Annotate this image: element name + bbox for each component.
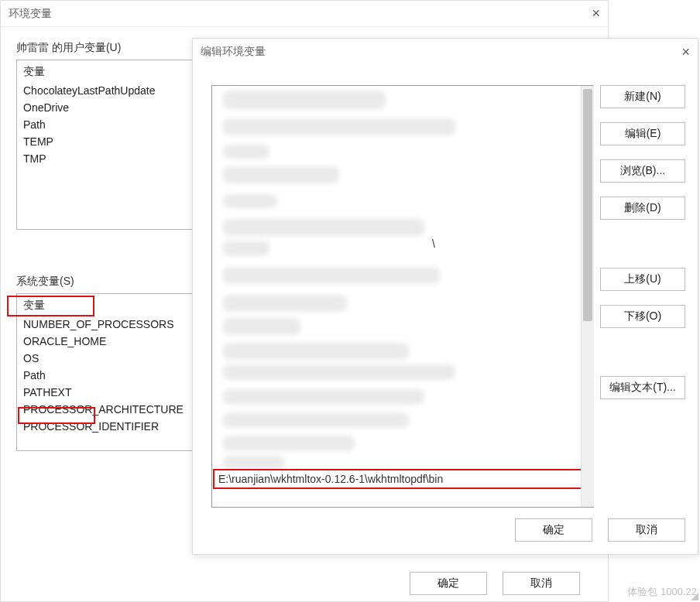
ok-button[interactable]: 确定 [515,518,592,542]
redacted-row [223,436,355,451]
redacted-row [223,456,285,470]
ok-button[interactable]: 确定 [410,572,487,595]
redacted-row [223,267,440,284]
redacted-row [223,295,347,312]
edit-env-var-dialog: 编辑环境变量 × \ E:\ruanjian\wkhtmltox-0.12.6-… [192,38,698,555]
edit-env-var-title: 编辑环境变量 [201,45,266,59]
edit-text-button[interactable]: 编辑文本(T)... [600,376,685,399]
scrollbar-thumb[interactable] [583,89,592,321]
delete-button[interactable]: 删除(D) [600,197,685,220]
cancel-button[interactable]: 取消 [608,518,685,542]
path-values-listbox[interactable]: \ E:\ruanjian\wkhtmltox-0.12.6-1\wkhtmlt… [211,85,594,508]
redacted-row [223,343,409,360]
redacted-row [223,219,424,236]
close-icon[interactable]: × [681,44,690,60]
redacted-row [223,145,269,159]
redacted-row [223,241,269,256]
resize-grip-icon[interactable] [689,591,700,602]
redacted-row [223,364,455,380]
redacted-row [223,118,455,135]
redacted-row [223,194,277,208]
edit-button[interactable]: 编辑(E) [600,122,685,145]
path-value-selected[interactable]: E:\ruanjian\wkhtmltox-0.12.6-1\wkhtmltop… [214,470,592,488]
new-button[interactable]: 新建(N) [600,85,685,108]
redacted-row [223,412,409,428]
move-up-button[interactable]: 上移(U) [600,268,685,291]
move-down-button[interactable]: 下移(O) [600,305,685,328]
redacted-row [223,318,300,335]
redacted-row [223,91,386,109]
env-vars-titlebar: 环境变量 × [1,1,608,27]
redacted-row [223,166,339,183]
env-vars-title: 环境变量 [9,7,52,21]
edit-env-var-side-buttons: 新建(N) 编辑(E) 浏览(B)... 删除(D) 上移(U) 下移(O) 编… [600,85,685,399]
edit-env-var-bottom-buttons: 确定 取消 [515,518,685,542]
cancel-button[interactable]: 取消 [503,572,580,595]
close-icon[interactable]: × [592,5,600,22]
scrollbar[interactable] [581,86,594,507]
redacted-row [223,389,424,405]
env-vars-dialog-buttons: 确定 取消 [1,572,608,595]
path-fragment: \ [432,238,435,250]
watermark-text: 体验包 1000.22 [627,585,697,599]
browse-button[interactable]: 浏览(B)... [600,159,685,183]
edit-env-var-titlebar: 编辑环境变量 × [193,39,698,65]
